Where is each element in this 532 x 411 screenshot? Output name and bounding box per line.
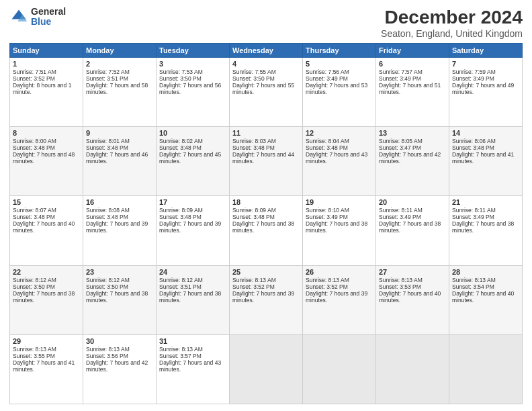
table-row: [303, 334, 376, 404]
sunset: Sunset: 3:54 PM: [452, 283, 494, 290]
table-row: 25Sunrise: 8:13 AMSunset: 3:52 PMDayligh…: [230, 265, 303, 334]
header: General Blue December 2024 Seaton, Engla…: [9, 7, 523, 39]
col-monday: Monday: [83, 44, 157, 58]
table-row: 3Sunrise: 7:53 AMSunset: 3:50 PMDaylight…: [157, 58, 230, 127]
daylight: Daylight: 7 hours and 39 minutes.: [306, 290, 367, 304]
table-row: 11Sunrise: 8:03 AMSunset: 3:48 PMDayligh…: [230, 127, 303, 196]
day-number: 25: [232, 268, 300, 276]
table-row: 10Sunrise: 8:02 AMSunset: 3:48 PMDayligh…: [157, 127, 230, 196]
table-row: 13Sunrise: 8:05 AMSunset: 3:47 PMDayligh…: [376, 127, 449, 196]
logo-icon: [9, 7, 28, 26]
day-number: 20: [379, 198, 446, 206]
daylight: Daylight: 7 hours and 55 minutes.: [232, 82, 294, 95]
sunset: Sunset: 3:52 PM: [13, 75, 55, 82]
sunrise: Sunrise: 8:13 AM: [159, 346, 203, 353]
sunrise: Sunrise: 8:13 AM: [86, 346, 130, 353]
sunset: Sunset: 3:48 PM: [452, 144, 494, 151]
day-number: 10: [159, 129, 226, 137]
sunset: Sunset: 3:49 PM: [452, 75, 494, 82]
daylight: Daylight: 7 hours and 56 minutes.: [159, 82, 221, 95]
sunrise: Sunrise: 8:13 AM: [306, 277, 349, 283]
sunset: Sunset: 3:50 PM: [232, 75, 275, 82]
col-friday: Friday: [376, 44, 449, 58]
table-row: 15Sunrise: 8:07 AMSunset: 3:48 PMDayligh…: [10, 196, 83, 265]
logo-blue-label: Blue: [31, 17, 66, 27]
sunset: Sunset: 3:49 PM: [306, 75, 348, 82]
sunrise: Sunrise: 7:59 AM: [452, 68, 496, 75]
col-sunday: Sunday: [10, 44, 83, 58]
daylight: Daylight: 7 hours and 58 minutes.: [86, 82, 148, 95]
sunrise: Sunrise: 8:09 AM: [159, 207, 203, 214]
table-row: 29Sunrise: 8:13 AMSunset: 3:55 PMDayligh…: [10, 334, 83, 404]
sunset: Sunset: 3:48 PM: [86, 214, 128, 220]
header-row: Sunday Monday Tuesday Wednesday Thursday…: [10, 44, 523, 58]
daylight: Daylight: 7 hours and 46 minutes.: [86, 151, 148, 165]
sunrise: Sunrise: 8:05 AM: [379, 138, 423, 144]
table-row: 5Sunrise: 7:56 AMSunset: 3:49 PMDaylight…: [303, 58, 376, 127]
sunset: Sunset: 3:57 PM: [159, 353, 202, 359]
main-title: December 2024: [381, 7, 523, 28]
day-number: 3: [159, 60, 226, 68]
day-number: 15: [13, 198, 80, 206]
daylight: Daylight: 7 hours and 48 minutes.: [13, 151, 75, 165]
day-number: 31: [159, 337, 226, 345]
daylight: Daylight: 7 hours and 44 minutes.: [232, 151, 294, 165]
daylight: Daylight: 8 hours and 1 minute.: [13, 82, 71, 95]
daylight: Daylight: 7 hours and 38 minutes.: [452, 220, 514, 234]
sunrise: Sunrise: 8:11 AM: [379, 207, 423, 214]
table-row: 30Sunrise: 8:13 AMSunset: 3:56 PMDayligh…: [83, 334, 157, 404]
table-row: 18Sunrise: 8:09 AMSunset: 3:48 PMDayligh…: [230, 196, 303, 265]
sunset: Sunset: 3:52 PM: [306, 283, 348, 290]
table-row: 26Sunrise: 8:13 AMSunset: 3:52 PMDayligh…: [303, 265, 376, 334]
day-number: 30: [86, 337, 153, 345]
sunrise: Sunrise: 8:11 AM: [452, 207, 496, 214]
day-number: 29: [13, 337, 80, 345]
day-number: 21: [452, 198, 519, 206]
sunrise: Sunrise: 8:13 AM: [13, 346, 56, 353]
day-number: 27: [379, 268, 446, 276]
sunset: Sunset: 3:50 PM: [159, 75, 202, 82]
daylight: Daylight: 7 hours and 39 minutes.: [232, 290, 294, 304]
daylight: Daylight: 7 hours and 40 minutes.: [379, 290, 441, 304]
sunrise: Sunrise: 8:13 AM: [452, 277, 496, 283]
day-number: 13: [379, 129, 446, 137]
table-row: [376, 334, 449, 404]
daylight: Daylight: 7 hours and 38 minutes.: [232, 220, 294, 234]
sunrise: Sunrise: 7:53 AM: [159, 68, 203, 75]
daylight: Daylight: 7 hours and 42 minutes.: [86, 359, 148, 373]
day-number: 8: [13, 129, 80, 137]
table-row: 20Sunrise: 8:11 AMSunset: 3:49 PMDayligh…: [376, 196, 449, 265]
sunrise: Sunrise: 8:08 AM: [86, 207, 130, 214]
sunrise: Sunrise: 7:56 AM: [306, 68, 349, 75]
sunset: Sunset: 3:48 PM: [86, 144, 128, 151]
sunset: Sunset: 3:49 PM: [306, 214, 348, 220]
logo-text: General Blue: [31, 7, 66, 28]
table-row: [230, 334, 303, 404]
sunrise: Sunrise: 8:04 AM: [306, 138, 349, 144]
col-thursday: Thursday: [303, 44, 376, 58]
table-row: 23Sunrise: 8:12 AMSunset: 3:50 PMDayligh…: [83, 265, 157, 334]
sunrise: Sunrise: 8:00 AM: [13, 138, 56, 144]
col-saturday: Saturday: [449, 44, 523, 58]
sunrise: Sunrise: 8:09 AM: [232, 207, 276, 214]
day-number: 19: [306, 198, 373, 206]
day-number: 9: [86, 129, 153, 137]
daylight: Daylight: 7 hours and 42 minutes.: [379, 151, 441, 165]
daylight: Daylight: 7 hours and 39 minutes.: [159, 220, 221, 234]
daylight: Daylight: 7 hours and 43 minutes.: [306, 151, 367, 165]
page: General Blue December 2024 Seaton, Engla…: [0, 0, 532, 411]
subtitle: Seaton, England, United Kingdom: [381, 28, 523, 39]
daylight: Daylight: 7 hours and 39 minutes.: [86, 220, 148, 234]
sunrise: Sunrise: 8:12 AM: [13, 277, 56, 283]
daylight: Daylight: 7 hours and 43 minutes.: [159, 359, 221, 373]
daylight: Daylight: 7 hours and 40 minutes.: [452, 290, 514, 304]
sunrise: Sunrise: 8:02 AM: [159, 138, 203, 144]
table-row: 31Sunrise: 8:13 AMSunset: 3:57 PMDayligh…: [157, 334, 230, 404]
sunrise: Sunrise: 8:13 AM: [232, 277, 276, 283]
col-tuesday: Tuesday: [157, 44, 230, 58]
calendar-table: Sunday Monday Tuesday Wednesday Thursday…: [9, 43, 523, 404]
sunrise: Sunrise: 8:12 AM: [86, 277, 130, 283]
sunset: Sunset: 3:48 PM: [159, 144, 202, 151]
sunrise: Sunrise: 7:55 AM: [232, 68, 276, 75]
table-row: 22Sunrise: 8:12 AMSunset: 3:50 PMDayligh…: [10, 265, 83, 334]
